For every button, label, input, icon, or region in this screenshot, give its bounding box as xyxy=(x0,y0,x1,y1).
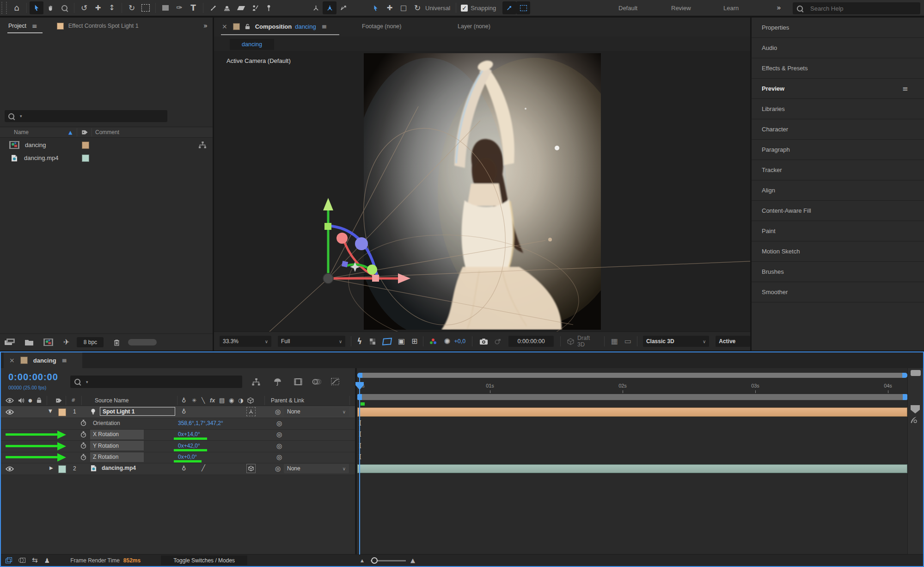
sidebar-item-tracker[interactable]: Tracker xyxy=(752,160,924,180)
quality-switch-icon[interactable]: ╱ xyxy=(202,465,205,471)
parent-dropdown[interactable]: None∨ xyxy=(284,464,349,473)
lock-icon[interactable] xyxy=(245,24,250,30)
graph-editor-icon[interactable] xyxy=(331,378,339,385)
audio-preview-icon[interactable]: ♟ xyxy=(44,557,50,564)
tab-layer[interactable]: Layer (none) xyxy=(458,23,490,30)
ground-plane-icon[interactable]: ▦ xyxy=(611,338,618,345)
timeline-panel-menu-icon[interactable]: ≡ xyxy=(62,357,67,364)
sidebar-item-effects-presets[interactable]: Effects & Presets xyxy=(752,58,924,79)
orbit-around-scene-tool[interactable] xyxy=(323,1,337,14)
extended-viewer-icon[interactable]: ▭ xyxy=(624,338,631,345)
prop-name[interactable]: X Rotation xyxy=(93,431,119,438)
prop-name[interactable]: Orientation xyxy=(93,420,120,426)
prop-row-orientation[interactable]: Orientation 358,6°,1,7°,347,2° ◎ xyxy=(1,418,355,429)
sidebar-item-preview[interactable]: Preview ≡ xyxy=(752,79,924,99)
project-row-dancing-mp4[interactable]: dancing.mp4 xyxy=(0,152,213,164)
layer-color-swatch[interactable] xyxy=(58,408,66,416)
trash-icon[interactable] xyxy=(114,339,120,346)
work-area-bar[interactable] xyxy=(357,394,907,400)
sidebar-item-audio[interactable]: Audio xyxy=(752,38,924,58)
dolly-camera-tool[interactable]: ↕ xyxy=(105,1,119,14)
light-gizmo-overlay[interactable] xyxy=(214,51,750,332)
close-icon[interactable]: × xyxy=(9,357,15,364)
project-item-name[interactable]: dancing.mp4 xyxy=(24,154,58,161)
draft-3d-toggle-icon[interactable] xyxy=(274,378,281,386)
magnification-dropdown[interactable]: 33.3%∨ xyxy=(220,336,271,347)
puppet-pin-tool[interactable] xyxy=(262,1,275,14)
label-column-icon[interactable] xyxy=(81,129,88,136)
shy-switch-icon[interactable]: ♁ xyxy=(182,408,186,414)
mini-flowchart-icon[interactable] xyxy=(252,378,261,386)
video-visibility-toggle[interactable] xyxy=(6,466,14,472)
video-column-icon[interactable] xyxy=(6,398,14,403)
rotate-gizmo-tool[interactable]: ↻ xyxy=(410,1,424,14)
timeline-tab-dancing[interactable]: × dancing ≡ xyxy=(4,352,82,368)
workspace-default[interactable]: Default xyxy=(618,5,637,12)
audio-column-icon[interactable] xyxy=(18,397,24,404)
viewer-subtab-dancing[interactable]: dancing xyxy=(230,39,274,50)
snapping-label[interactable]: Snapping xyxy=(471,5,496,12)
show-snapshot-icon[interactable] xyxy=(494,339,501,345)
close-icon[interactable]: × xyxy=(222,23,227,30)
rectangle-tool[interactable] xyxy=(159,1,172,14)
pick-whip-icon[interactable]: ◎ xyxy=(276,420,282,426)
orbit-camera-pov-tool[interactable] xyxy=(337,1,350,14)
sidebar-item-properties[interactable]: Properties xyxy=(752,18,924,38)
prop-value[interactable]: 358,6°,1,7°,347,2° xyxy=(178,420,223,426)
universal-label[interactable]: Universal xyxy=(425,5,450,12)
tab-effect-controls[interactable]: Effect Controls Spot Light 1 xyxy=(68,23,139,29)
tab-footage[interactable]: Footage (none) xyxy=(362,23,401,30)
zoom-tool[interactable] xyxy=(57,1,71,14)
time-ruler[interactable]: 0s 01s 02s 03s 04s xyxy=(357,379,907,393)
hand-tool[interactable] xyxy=(43,1,57,14)
layer-number-column[interactable]: # xyxy=(71,397,75,403)
timeline-search-box[interactable]: ▾ xyxy=(70,376,242,388)
mask-visibility-icon[interactable] xyxy=(382,338,392,345)
stopwatch-icon[interactable] xyxy=(80,442,86,449)
help-search-box[interactable] xyxy=(793,2,920,14)
prop-name[interactable]: Y Rotation xyxy=(93,443,119,449)
expand-transfer-modes-icon[interactable] xyxy=(18,557,25,563)
prop-value[interactable]: 0x+42,0° xyxy=(178,443,200,449)
label-color-swatch[interactable] xyxy=(82,142,89,149)
workspace-learn[interactable]: Learn xyxy=(723,5,739,12)
sidebar-item-align[interactable]: Align xyxy=(752,180,924,201)
frame-blend-column-icon[interactable]: ▤ xyxy=(219,397,225,403)
pick-whip-icon[interactable]: ◎ xyxy=(276,431,282,438)
interpret-footage-icon[interactable] xyxy=(5,339,15,346)
viewer-panel-menu-icon[interactable]: ≡ xyxy=(322,23,327,30)
comp-marker-bin[interactable] xyxy=(911,370,921,376)
resolution-dropdown[interactable]: Full∨ xyxy=(278,336,345,347)
prop-name[interactable]: Z Rotation xyxy=(93,454,118,460)
home-icon[interactable]: ⌂ xyxy=(10,1,24,14)
column-name[interactable]: Name xyxy=(14,129,29,136)
layer-color-swatch[interactable] xyxy=(58,465,66,473)
workspace-review[interactable]: Review xyxy=(671,5,691,12)
snapping-checkbox[interactable]: ✓ xyxy=(461,5,468,12)
position-gizmo-tool[interactable]: ✚ xyxy=(383,1,397,14)
sidebar-item-character[interactable]: Character xyxy=(752,119,924,140)
cube-3d-column-icon[interactable] xyxy=(247,397,254,404)
pick-whip-icon[interactable]: ◎ xyxy=(275,465,281,472)
project-row-dancing[interactable]: dancing xyxy=(0,139,213,151)
preview-panel-menu-icon[interactable]: ≡ xyxy=(902,85,908,93)
lock-column-icon[interactable] xyxy=(37,397,42,403)
roto-brush-tool[interactable] xyxy=(248,1,262,14)
shy-column-icon[interactable]: ♁ xyxy=(182,397,186,403)
fast-previews-icon[interactable]: ϟ xyxy=(357,338,362,345)
sidebar-item-smoother[interactable]: Smoother xyxy=(752,282,924,302)
layer-name[interactable]: dancing.mp4 xyxy=(102,465,136,471)
channel-icon[interactable] xyxy=(430,339,436,344)
help-search-input[interactable] xyxy=(809,5,904,12)
transparency-grid-icon[interactable] xyxy=(370,339,376,345)
viewer-canvas[interactable]: Active Camera (Default) xyxy=(214,51,750,332)
snap-bounds-button[interactable] xyxy=(516,1,530,14)
parent-dropdown[interactable]: None∨ xyxy=(284,407,349,416)
twirl-open-chevron[interactable]: ▼ xyxy=(49,408,52,413)
parent-link-column[interactable]: Parent & Link xyxy=(271,397,304,404)
pick-whip-icon[interactable]: ◎ xyxy=(276,443,282,449)
pick-whip-icon[interactable]: ◎ xyxy=(275,408,281,415)
zoom-out-mountain-icon[interactable]: ▲ xyxy=(361,558,364,563)
gizmo-switch-box[interactable] xyxy=(246,407,256,416)
pick-whip-icon[interactable]: ◎ xyxy=(276,454,282,460)
